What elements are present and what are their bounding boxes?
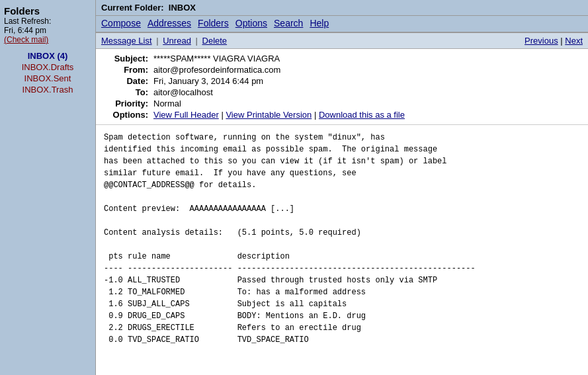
message-bar-left: Message List | Unread | Delete (101, 36, 227, 46)
priority-row: Priority: Normal (101, 98, 583, 109)
to-row: To: aitor@localhost (101, 87, 583, 98)
email-body-text: Spam detection software, running on the … (104, 132, 580, 346)
from-label: From: (101, 64, 151, 75)
last-refresh-label: Last Refresh: (4, 17, 91, 26)
sep2: | (196, 36, 198, 46)
nav-link-help[interactable]: Help (310, 18, 329, 28)
last-refresh-time: Fri, 6:44 pm (4, 26, 91, 35)
main-content: Current Folder: INBOX ComposeAddressesFo… (96, 0, 588, 375)
email-details: Subject: *****SPAM***** VIAGRA VIAGRA Fr… (96, 49, 588, 125)
sidebar-item-drafts[interactable]: INBOX.Drafts (4, 62, 91, 72)
current-folder-label: Current Folder: (101, 3, 164, 13)
subject-label: Subject: (101, 53, 151, 64)
message-bar-right: Previous | Next (525, 36, 583, 46)
sidebar-item-trash[interactable]: INBOX.Trash (4, 85, 91, 95)
folder-list: INBOX (4)INBOX.DraftsINBOX.SentINBOX.Tra… (4, 51, 91, 95)
nav-link-addresses[interactable]: Addresses (147, 18, 191, 28)
priority-value: Normal (151, 98, 583, 109)
nav-link-folders[interactable]: Folders (198, 18, 229, 28)
nav-link-search[interactable]: Search (274, 18, 303, 28)
email-body: Spam detection software, running on the … (96, 125, 588, 375)
from-row: From: aitor@profesordeinformatica.com (101, 64, 583, 75)
current-folder-name: INBOX (169, 3, 196, 13)
sep1: | (156, 36, 158, 46)
date-label: Date: (101, 75, 151, 87)
sidebar: Folders Last Refresh: Fri, 6:44 pm (Chec… (0, 0, 96, 375)
nav-link-options[interactable]: Options (235, 18, 267, 28)
options-label: Options: (101, 109, 151, 120)
options-sep2: | (314, 110, 316, 120)
from-value: aitor@profesordeinformatica.com (151, 64, 583, 75)
pipe: | (560, 36, 562, 46)
subject-value: *****SPAM***** VIAGRA VIAGRA (151, 53, 583, 64)
priority-label: Priority: (101, 98, 151, 109)
view-printable-link[interactable]: View Printable Version (226, 110, 312, 120)
view-full-header-link[interactable]: View Full Header (153, 110, 219, 120)
check-mail-link[interactable]: (Check mail) (4, 35, 91, 44)
date-row: Date: Fri, January 3, 2014 6:44 pm (101, 75, 583, 87)
options-sep1: | (221, 110, 223, 120)
header-bar: Current Folder: INBOX (96, 0, 588, 16)
subject-row: Subject: *****SPAM***** VIAGRA VIAGRA (101, 53, 583, 64)
to-value: aitor@localhost (151, 87, 583, 98)
to-label: To: (101, 87, 151, 98)
next-link[interactable]: Next (565, 36, 583, 46)
sidebar-item-inbox[interactable]: INBOX (4) (4, 51, 91, 61)
sidebar-item-sent[interactable]: INBOX.Sent (4, 73, 91, 83)
nav-bar: ComposeAddressesFoldersOptionsSearchHelp (96, 16, 588, 33)
date-value: Fri, January 3, 2014 6:44 pm (151, 75, 583, 87)
options-row: Options: View Full Header | View Printab… (101, 109, 583, 120)
current-folder: Current Folder: INBOX (101, 3, 583, 13)
nav-link-compose[interactable]: Compose (101, 18, 141, 28)
download-link[interactable]: Download this as a file (319, 110, 405, 120)
sidebar-title: Folders (4, 5, 91, 17)
options-value: View Full Header | View Printable Versio… (151, 109, 583, 120)
previous-link[interactable]: Previous (525, 36, 558, 46)
unread-link[interactable]: Unread (163, 36, 191, 46)
message-bar: Message List | Unread | Delete Previous … (96, 33, 588, 49)
message-list-link[interactable]: Message List (101, 36, 152, 46)
delete-link[interactable]: Delete (202, 36, 228, 46)
